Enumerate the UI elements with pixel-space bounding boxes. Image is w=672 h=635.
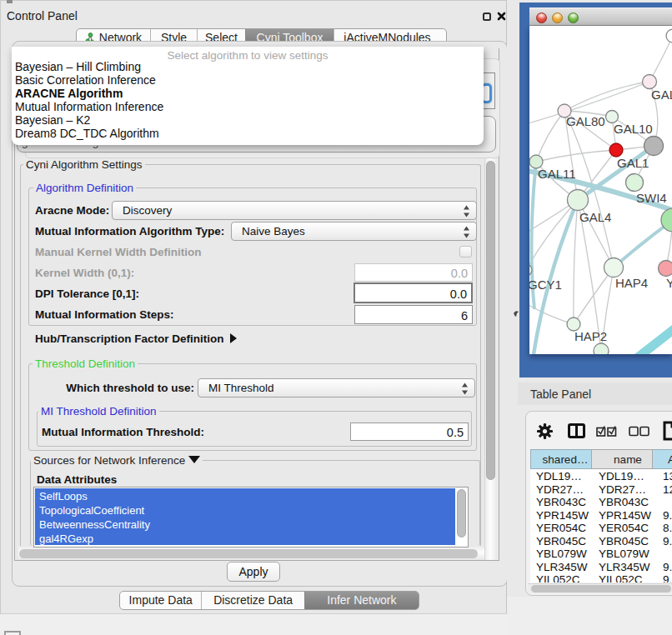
svg-text:SWI4: SWI4 — [636, 191, 667, 205]
svg-text:GAL11: GAL11 — [538, 167, 576, 181]
svg-text:Y: Y — [666, 276, 672, 290]
svg-text:GAL10: GAL10 — [614, 122, 653, 136]
svg-text:GAL80: GAL80 — [566, 114, 605, 128]
svg-text:HAP4: HAP4 — [615, 276, 648, 290]
svg-text:GAL4: GAL4 — [579, 210, 611, 224]
svg-text:HAP2: HAP2 — [574, 329, 607, 343]
svg-text:GCY1: GCY1 — [529, 278, 562, 292]
svg-text:GAL1: GAL1 — [617, 156, 649, 170]
svg-text:GAL: GAL — [651, 88, 672, 102]
